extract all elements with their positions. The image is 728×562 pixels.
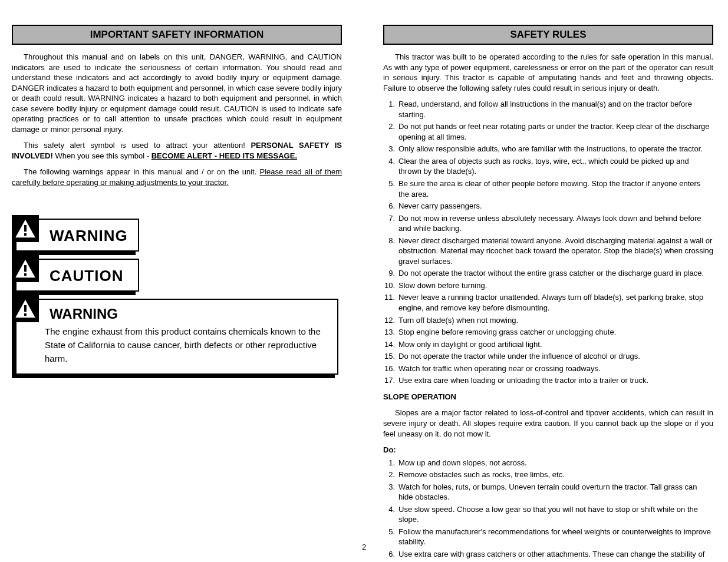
slope-intro: Slopes are a major factor related to los… [383,408,713,439]
para-following-warnings: The following warnings appear in this ma… [12,167,342,187]
big-warning-label: WARNING [50,306,330,322]
list-item: 6.Never carry passengers. [383,201,713,211]
page-number: 2 [0,543,728,551]
section-banner-safety-rules: SAFETY RULES [383,25,713,45]
safety-alert-underline: BECOME ALERT - HEED ITS MESSAGE. [151,151,297,160]
list-number: 9. [383,268,398,279]
list-number: 2. [383,121,398,142]
list-text: Watch for traffic when operating near or… [398,363,601,374]
list-item: 3.Watch for holes, ruts, or bumps. Uneve… [383,482,713,503]
list-text: Do not mow in reverse unless absolutely … [398,213,713,234]
list-item: 10.Slow down before turning. [383,280,713,291]
list-item: 2.Remove obstacles such as rocks, tree l… [383,470,713,480]
list-item: 15.Do not operate the tractor while unde… [383,351,713,362]
list-text: Stop engine before removing grass catche… [398,327,616,338]
list-number: 11. [383,292,398,313]
alert-triangle-icon [12,295,39,322]
list-number: 15. [383,351,398,362]
list-number: 3. [383,482,398,503]
list-number: 17. [383,375,398,386]
list-text: Be sure the area is clear of other peopl… [398,178,713,199]
big-warning-callout: WARNING The engine exhaust from this pro… [15,299,338,375]
list-item: 3.Only allow responsible adults, who are… [383,144,713,154]
list-item: 7.Do not mow in reverse unless absolutel… [383,213,713,234]
do-heading: Do: [383,445,713,455]
list-item: 17.Use extra care when loading or unload… [383,375,713,386]
list-text: Do not put hands or feet near rotating p… [398,121,713,142]
list-number: 14. [383,339,398,350]
list-number: 16. [383,363,398,374]
list-item: 11.Never leave a running tractor unatten… [383,292,713,313]
list-item: 1.Mow up and down slopes, not across. [383,458,713,468]
list-number: 2. [383,470,398,480]
list-text: Slow down before turning. [398,280,487,291]
list-item: 5.Be sure the area is clear of other peo… [383,178,713,199]
list-text: Only allow responsible adults, who are f… [398,144,703,154]
list-number: 4. [383,504,398,525]
right-column: SAFETY RULES This tractor was built to b… [383,25,713,562]
list-item: 8.Never direct discharged material towar… [383,236,713,267]
list-number: 8. [383,236,398,267]
caution-callout: CAUTION [15,259,139,292]
safety-alert-post: When you see this symbol - [53,151,151,160]
list-number: 1. [383,458,398,468]
alert-triangle-icon [12,215,39,242]
list-number: 7. [383,213,398,234]
list-number: 13. [383,327,398,338]
list-number: 12. [383,315,398,326]
list-text: Never carry passengers. [398,201,482,211]
list-item: 4.Clear the area of objects such as rock… [383,156,713,177]
following-warnings-pre: The following warnings appear in this ma… [24,167,260,176]
list-number: 3. [383,144,398,154]
list-item: 12.Turn off blade(s) when not mowing. [383,315,713,326]
safety-alert-pre: This safety alert symbol is used to attr… [24,141,251,150]
list-number: 4. [383,156,398,177]
list-item: 13.Stop engine before removing grass cat… [383,327,713,338]
list-text: Remove obstacles such as rocks, tree lim… [398,470,565,480]
list-item: 2.Do not put hands or feet near rotating… [383,121,713,142]
list-item: 9.Do not operate the tractor without the… [383,268,713,279]
svg-rect-8 [24,313,27,316]
section-banner-safety-info: IMPORTANT SAFETY INFORMATION [12,25,342,45]
list-text: Do not operate the tractor while under t… [398,351,640,362]
list-text: Clear the area of objects such as rocks,… [398,156,713,177]
list-text: Use extra care when loading or unloading… [398,375,648,386]
svg-rect-1 [24,225,27,232]
para-indicator-explanation: Throughout this manual and on labels on … [12,52,342,134]
list-item: 1.Read, understand, and follow all instr… [383,99,713,120]
list-number: 1. [383,99,398,120]
list-number: 10. [383,280,398,291]
svg-rect-7 [24,305,27,312]
left-column: IMPORTANT SAFETY INFORMATION Throughout … [12,25,342,562]
safety-rules-intro: This tractor was built to be operated ac… [383,52,713,93]
para-safety-alert: This safety alert symbol is used to attr… [12,140,342,161]
big-warning-text: The engine exhaust from this product con… [44,325,330,366]
list-number: 5. [383,178,398,199]
warning-callout: WARNING [15,219,139,252]
list-item: 4.Use slow speed. Choose a low gear so t… [383,504,713,525]
safety-rules-list: 1.Read, understand, and follow all instr… [383,99,713,386]
list-text: Mow up and down slopes, not across. [398,458,527,468]
svg-rect-5 [24,273,27,276]
caution-label: CAUTION [50,267,123,285]
list-text: Watch for holes, ruts, or bumps. Uneven … [398,482,713,503]
slope-heading: SLOPE OPERATION [383,392,713,402]
list-text: Use slow speed. Choose a low gear so tha… [398,504,713,525]
list-text: Do not operate the tractor without the e… [398,268,704,279]
alert-triangle-icon [12,255,39,282]
list-text: Read, understand, and follow all instruc… [398,99,713,120]
svg-rect-2 [24,233,27,236]
svg-rect-4 [24,265,27,272]
list-number: 6. [383,201,398,211]
warning-label: WARNING [50,227,128,245]
list-text: Turn off blade(s) when not mowing. [398,315,518,326]
list-item: 16.Watch for traffic when operating near… [383,363,713,374]
list-item: 14.Mow only in daylight or good artifici… [383,339,713,350]
list-text: Mow only in daylight or good artificial … [398,339,542,350]
list-text: Never leave a running tractor unattended… [398,292,713,313]
list-text: Never direct discharged material toward … [398,236,713,267]
